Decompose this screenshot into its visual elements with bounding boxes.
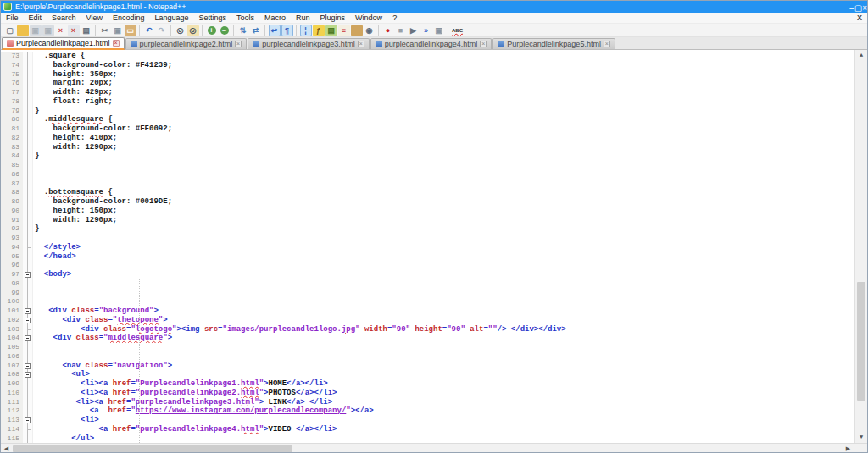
function-list-button[interactable]: ƒ	[313, 25, 325, 36]
fold-collapse-box[interactable]	[25, 372, 31, 378]
code-line[interactable]: 107 <nav class="navigation">	[1, 362, 867, 371]
scroll-left-arrow-icon[interactable]: ◀	[1, 444, 12, 453]
code-line[interactable]: 81 background-color: #FF0092;	[1, 124, 867, 134]
close-window-button[interactable]: ×	[862, 3, 867, 13]
redo-button[interactable]: ↷	[156, 25, 168, 36]
code-line[interactable]: 86	[1, 170, 867, 180]
close-document-x-button[interactable]: X	[857, 14, 862, 22]
code-line[interactable]: 93	[1, 234, 867, 243]
code-line[interactable]: 85	[1, 161, 867, 170]
code-line[interactable]: 112 <a href="https://www.instagram.com/p…	[1, 406, 867, 416]
code-line[interactable]: 89 background-color: #0019DE;	[1, 197, 867, 207]
code-line[interactable]: 84}	[1, 152, 867, 161]
code-line[interactable]: 75 height: 350px;	[1, 70, 867, 80]
stop-macro-button[interactable]: ■	[395, 25, 407, 36]
menu-item-language[interactable]: Language	[149, 13, 193, 24]
print-button[interactable]: ▤	[81, 25, 92, 36]
tab-purplecandlelinkpage4.html[interactable]: purplecandlelinkpage4.html×	[370, 38, 492, 49]
fold-collapse-box[interactable]	[25, 335, 31, 341]
code-line[interactable]: 108 <ul>	[1, 370, 867, 379]
horizontal-scrollbar-thumb[interactable]	[13, 445, 292, 452]
code-line[interactable]: 109 <li><a href="Purplecandlelinkpage1.h…	[1, 379, 867, 389]
editor-area[interactable]: 73 .square {74 background-color: #F41239…	[1, 50, 867, 443]
copy-button[interactable]: ▣	[112, 25, 124, 36]
tab-close-icon[interactable]: ×	[113, 40, 120, 47]
folder-as-workspace-button[interactable]	[351, 25, 363, 36]
document-map-button[interactable]: ▤	[326, 25, 337, 36]
menu-item-edit[interactable]: Edit	[24, 13, 47, 24]
menu-item-encoding[interactable]: Encoding	[108, 13, 150, 24]
replace-button[interactable]: ◎	[187, 25, 199, 36]
code-line[interactable]: 113 <li>	[1, 416, 867, 425]
tab-close-icon[interactable]: ×	[358, 41, 364, 47]
code-line[interactable]: 94 </style>	[1, 243, 867, 252]
tab-Purplecandlelinkpage5.html[interactable]: Purplecandlelinkpage5.html×	[492, 38, 615, 49]
save-all-button[interactable]: ▣	[42, 25, 54, 36]
code-line[interactable]: 80 .middlesquare {	[1, 115, 867, 124]
maximize-window-button[interactable]: ▢	[854, 3, 862, 13]
sync-vertical-scroll-button[interactable]: ⇅	[237, 25, 249, 36]
code-line[interactable]: 74 background-color: #F41239;	[1, 61, 867, 70]
menu-item-help[interactable]: ?	[387, 13, 402, 24]
menu-item-tools[interactable]: Tools	[231, 13, 259, 24]
code-line[interactable]: 95 </head>	[1, 252, 867, 262]
scroll-up-arrow-icon[interactable]: ▲	[855, 50, 867, 61]
paste-button[interactable]: ▭	[125, 25, 136, 36]
code-line[interactable]: 92}	[1, 224, 867, 234]
code-line[interactable]: 88 .bottomsquare {	[1, 188, 867, 197]
fold-collapse-box[interactable]	[25, 417, 31, 423]
menu-item-window[interactable]: Window	[350, 13, 387, 24]
code-line[interactable]: 96	[1, 261, 867, 270]
find-button[interactable]: ◎	[175, 25, 186, 36]
menu-item-file[interactable]: File	[1, 13, 24, 24]
code-line[interactable]: 111 <li><a href="purplecandlelinkpage3.h…	[1, 398, 867, 407]
code-line[interactable]: 114 <a href="purplecandlelinkpage4.html"…	[1, 425, 867, 434]
menu-item-view[interactable]: View	[81, 13, 108, 24]
code-line[interactable]: 76 margin: 20px;	[1, 79, 867, 88]
vertical-scrollbar[interactable]: ▲ ▼	[854, 50, 867, 443]
code-line[interactable]: 99	[1, 289, 867, 298]
code-line[interactable]: 98	[1, 279, 867, 289]
code-line[interactable]: 79}	[1, 107, 867, 116]
menu-item-macro[interactable]: Macro	[259, 13, 291, 24]
tab-Purplecandlelinkpage1.html[interactable]: Purplecandlelinkpage1.html×	[2, 37, 125, 50]
document-list-button[interactable]: ≡	[338, 25, 350, 36]
indent-guide-button[interactable]: ¦	[300, 25, 312, 36]
fold-collapse-box[interactable]	[25, 272, 31, 278]
code-line[interactable]: 82 height: 410px;	[1, 134, 867, 143]
code-line[interactable]: 91 width: 1290px;	[1, 216, 867, 225]
menu-item-plugins[interactable]: Plugins	[315, 13, 351, 24]
menu-item-search[interactable]: Search	[47, 13, 81, 24]
new-file-button[interactable]: ▢	[4, 25, 16, 36]
code-line[interactable]: 101 <div class="background">	[1, 307, 867, 316]
save-button[interactable]: ▣	[30, 25, 42, 36]
fold-collapse-box[interactable]	[25, 363, 31, 369]
code-line[interactable]: 106	[1, 352, 867, 362]
close-document-button[interactable]: ×	[55, 25, 67, 36]
vertical-scrollbar-thumb[interactable]	[857, 282, 865, 401]
code-line[interactable]: 103 <div class="logotogo"><img src="imag…	[1, 325, 867, 334]
monitoring-button[interactable]: ◉	[364, 25, 376, 36]
code-line[interactable]: 102 <div class="thetopone">	[1, 316, 867, 325]
run-macro-multiple-button[interactable]: »	[420, 25, 432, 36]
tab-close-icon[interactable]: ×	[235, 41, 242, 47]
fold-collapse-box[interactable]	[25, 308, 31, 314]
tab-close-icon[interactable]: ×	[604, 41, 610, 47]
code-line[interactable]: 87	[1, 180, 867, 189]
code-line[interactable]: 78 float: right;	[1, 97, 867, 107]
scroll-right-arrow-icon[interactable]: ▶	[843, 444, 854, 453]
code-line[interactable]: 115 </ul>	[1, 434, 867, 444]
zoom-in-button[interactable]: +	[206, 25, 218, 36]
code-line[interactable]: 97 <body>	[1, 270, 867, 279]
code-line[interactable]: 73 .square {	[1, 52, 867, 61]
menu-item-settings[interactable]: Settings	[194, 13, 232, 24]
play-macro-button[interactable]: ▶	[408, 25, 420, 36]
code-line[interactable]: 105	[1, 343, 867, 352]
scroll-down-arrow-icon[interactable]: ▼	[855, 432, 867, 443]
code-line[interactable]: 83 width: 1290px;	[1, 143, 867, 152]
code-line[interactable]: 110 <li><a href="purplecandlelinkpage2.h…	[1, 389, 867, 398]
open-folder-button[interactable]	[17, 25, 29, 36]
tab-purplecandlelinkpage3.html[interactable]: purplecandlelinkpage3.html×	[248, 38, 370, 49]
spell-check-button[interactable]: ABC	[452, 25, 464, 36]
code-line[interactable]: 77 width: 429px;	[1, 88, 867, 97]
